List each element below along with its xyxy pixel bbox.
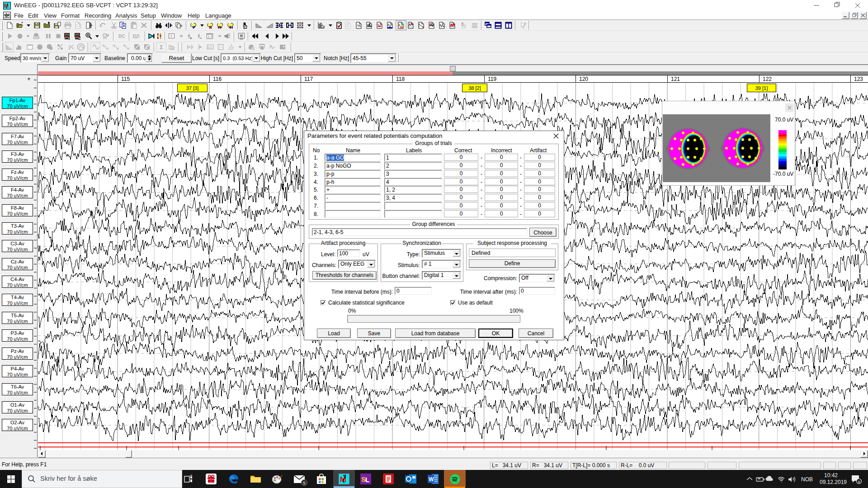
svg-text:5: 5 (303, 481, 306, 485)
svg-text:L: L (365, 476, 369, 483)
svg-text:W: W (429, 476, 434, 483)
svg-text:NOB: NOB (801, 476, 813, 483)
svg-text:8: 8 (858, 480, 860, 484)
